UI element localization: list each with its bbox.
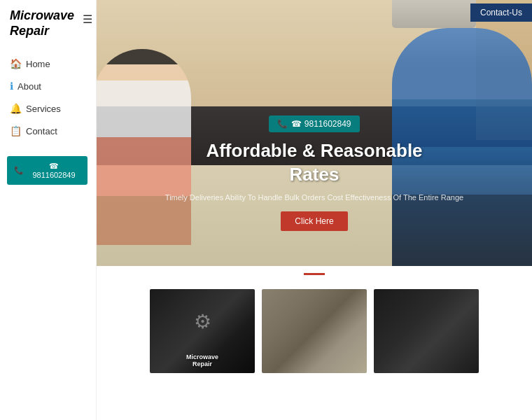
nav-item-home[interactable]: 🏠 Home [0,52,96,75]
hero-cta-button[interactable]: Click Here [281,211,347,231]
home-icon: 🏠 [10,58,22,69]
microwave-label: Microwave Repair [186,354,218,368]
sidebar: Microwave Repair ☰ 🏠 Home ℹ About 🔔 Serv… [0,0,97,420]
main-content: Contact-Us 📞 ☎ 9811602849 Affordable & R… [97,0,532,420]
nav-item-services[interactable]: 🔔 Services [0,97,96,120]
hero-section: 📞 ☎ 9811602849 Affordable & Reasonable R… [97,0,532,266]
phone-badge-icon: 📞 [277,119,288,129]
hamburger-icon[interactable]: ☰ [83,13,92,26]
red-divider [304,273,325,275]
sidebar-phone-button[interactable]: 📞 ☎ 9811602849 [7,156,88,185]
contact-icon: 📋 [10,125,22,136]
hero-title-line1: Affordable & Reasonable [206,140,422,161]
nav-label-home: Home [26,59,50,69]
nav-item-about[interactable]: ℹ About [0,75,96,97]
hero-overlay: 📞 ☎ 9811602849 Affordable & Reasonable R… [97,115,532,231]
sidebar-phone-number: ☎ 9811602849 [27,162,80,179]
hero-subtitle: Timely Deliveries Ability To Handle Bulk… [97,192,532,203]
appliance-image [374,289,479,373]
nav-label-services: Services [26,104,61,114]
hero-phone-badge[interactable]: 📞 ☎ 9811602849 [269,115,359,132]
info-icon: ℹ [10,80,13,92]
hero-title: Affordable & Reasonable Rates [97,139,532,187]
nav-item-contact[interactable]: 📋 Contact [0,120,96,142]
hero-title-line2: Rates [290,164,340,185]
bottom-images-section: ⚙ Microwave Repair [97,286,532,377]
microwave-image: ⚙ Microwave Repair [150,289,255,373]
tools-icon: 🔔 [10,103,22,114]
nav-menu: 🏠 Home ℹ About 🔔 Services 📋 Contact [0,52,96,142]
phone-icon: 📞 [14,166,24,175]
microwave-icon: ⚙ [194,310,211,333]
brand-logo: Microwave Repair [0,0,96,46]
repair-image [262,289,367,373]
hero-phone-number: ☎ 9811602849 [291,119,351,129]
nav-label-about: About [18,81,41,92]
contact-us-button[interactable]: Contact-Us [470,4,532,22]
divider-area [97,266,532,286]
nav-label-contact: Contact [26,126,57,136]
header-bar: Contact-Us [97,0,532,25]
